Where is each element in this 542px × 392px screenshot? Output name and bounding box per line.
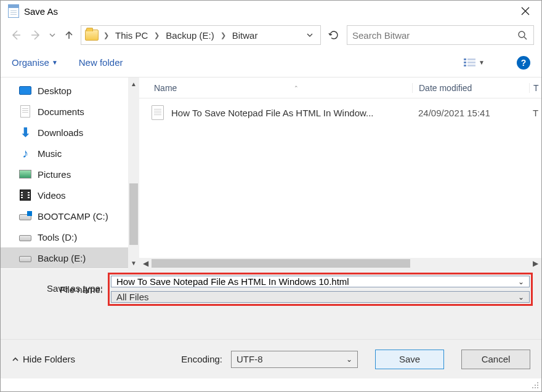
tree-item-icon: [19, 231, 31, 243]
svg-rect-3: [464, 62, 466, 63]
column-date-label: Date modified: [419, 83, 472, 93]
arrow-up-icon: [63, 30, 75, 41]
help-button[interactable]: ?: [517, 56, 530, 70]
tree-item[interactable]: ⬇Downloads: [1, 122, 139, 143]
close-button[interactable]: [513, 2, 538, 20]
scroll-right-button[interactable]: ▶: [529, 259, 541, 268]
tree-item-label: Tools (D:): [38, 232, 77, 242]
tree-item-label: Desktop: [38, 86, 71, 96]
address-dropdown[interactable]: [298, 32, 317, 38]
svg-point-11: [535, 387, 536, 388]
organise-menu[interactable]: Organise ▼: [12, 57, 58, 68]
back-button[interactable]: [8, 27, 24, 43]
tree-item[interactable]: BOOTCAMP (C:): [1, 206, 139, 226]
nav-bar: ❯ This PC ❯ Backup (E:) ❯ Bitwar Search …: [1, 22, 541, 49]
search-input[interactable]: Search Bitwar: [347, 25, 534, 45]
svg-rect-2: [467, 58, 475, 60]
breadcrumb-item[interactable]: Backup (E:): [164, 30, 215, 41]
tree-item[interactable]: Videos: [1, 185, 139, 206]
column-name-label: Name: [154, 83, 177, 93]
cancel-button[interactable]: Cancel: [461, 350, 530, 369]
address-bar[interactable]: ❯ This PC ❯ Backup (E:) ❯ Bitwar: [81, 25, 321, 45]
chevron-down-icon: ⌄: [518, 293, 524, 302]
column-type-label: T: [533, 83, 539, 93]
horizontal-scrollbar[interactable]: ◀ ▶: [139, 258, 541, 269]
forward-button[interactable]: [28, 27, 44, 43]
folder-icon: [85, 30, 99, 41]
scroll-left-button[interactable]: ◀: [139, 259, 152, 268]
tree-item-label: Backup (E:): [38, 253, 86, 263]
scroll-up-button[interactable]: ▲: [128, 78, 139, 90]
column-header-name[interactable]: Name ⌃: [139, 83, 412, 93]
svg-rect-6: [467, 65, 475, 66]
hide-folders-button[interactable]: Hide Folders: [12, 354, 75, 364]
column-header-type[interactable]: T: [529, 83, 541, 93]
recent-dropdown[interactable]: [47, 27, 57, 43]
tree-item-icon: [19, 84, 31, 97]
scroll-thumb[interactable]: [152, 259, 410, 268]
tree-item[interactable]: Backup (E:): [1, 247, 139, 268]
navigation-tree: DesktopDocuments⬇Downloads♪MusicPictures…: [1, 77, 139, 269]
tree-item-icon: ♪: [19, 147, 31, 159]
chevron-down-icon: [307, 32, 313, 38]
column-header-row: Name ⌃ Date modified T: [139, 78, 541, 98]
file-icon: [152, 105, 164, 120]
svg-point-0: [519, 31, 525, 38]
tree-item-icon: ⬇: [19, 126, 31, 138]
arrow-right-icon: [30, 29, 42, 41]
tree-item-label: BOOTCAMP (C:): [38, 211, 108, 222]
save-button[interactable]: Save: [375, 350, 444, 369]
save-as-type-value: All Files: [116, 292, 149, 302]
filename-input[interactable]: How To Save Notepad File As HTML In Wind…: [111, 276, 530, 287]
encoding-label: Encoding:: [181, 354, 225, 364]
refresh-icon: [328, 30, 339, 41]
search-placeholder: Search Bitwar: [352, 30, 517, 41]
breadcrumb-item[interactable]: Bitwar: [231, 30, 259, 41]
file-row[interactable]: How To Save Notepad File As HTML In Wind…: [139, 98, 541, 127]
svg-rect-5: [464, 65, 466, 66]
encoding-value: UTF-8: [237, 354, 263, 364]
chevron-down-icon: ▼: [479, 59, 485, 66]
file-list-pane: Name ⌃ Date modified T How To Save Notep…: [139, 77, 541, 269]
scroll-down-button[interactable]: ▼: [128, 257, 139, 269]
file-date: 24/09/2021 15:41: [412, 108, 529, 118]
chevron-right-icon: ❯: [101, 31, 111, 39]
column-header-date[interactable]: Date modified: [412, 83, 529, 93]
svg-rect-4: [467, 62, 475, 63]
tree-item[interactable]: Tools (D:): [1, 226, 139, 247]
tree-item-icon: [19, 252, 31, 264]
new-folder-label: New folder: [79, 57, 123, 68]
view-list-icon: [463, 57, 477, 68]
search-icon: [517, 30, 528, 40]
tree-item-label: Documents: [38, 106, 84, 117]
sort-indicator-icon: ⌃: [294, 85, 299, 91]
grip-icon: [531, 381, 540, 390]
tree-scrollbar[interactable]: ▲ ▼: [128, 78, 139, 269]
save-button-label: Save: [399, 354, 420, 364]
resize-grip[interactable]: [531, 381, 540, 390]
svg-point-8: [535, 385, 536, 386]
svg-point-9: [537, 385, 538, 386]
tree-item[interactable]: Pictures: [1, 164, 139, 185]
tree-item[interactable]: Documents: [1, 101, 139, 122]
svg-point-7: [537, 382, 538, 383]
scroll-thumb[interactable]: [129, 183, 138, 245]
cancel-button-label: Cancel: [482, 354, 511, 364]
tree-item[interactable]: Desktop: [1, 80, 139, 101]
encoding-combo[interactable]: UTF-8 ⌄: [231, 351, 358, 368]
refresh-button[interactable]: [325, 26, 343, 44]
save-as-type-combo[interactable]: All Files ⌄: [111, 291, 530, 303]
file-list-body: How To Save Notepad File As HTML In Wind…: [139, 98, 541, 258]
tree-item[interactable]: ♪Music: [1, 143, 139, 164]
tree-item-label: Downloads: [38, 127, 83, 138]
up-button[interactable]: [61, 27, 77, 43]
bottom-bar: Hide Folders Encoding: UTF-8 ⌄ Save Canc…: [1, 339, 541, 378]
breadcrumb-item[interactable]: This PC: [114, 30, 149, 41]
form-area: File name: How To Save Notepad File As H…: [1, 269, 541, 339]
chevron-down-icon: ⌄: [346, 355, 352, 364]
tree-item-label: Videos: [38, 190, 66, 201]
tree-item-label: Pictures: [38, 169, 71, 180]
chevron-down-icon[interactable]: ⌄: [518, 278, 524, 286]
new-folder-button[interactable]: New folder: [79, 57, 123, 68]
view-options-button[interactable]: ▼: [463, 57, 485, 68]
